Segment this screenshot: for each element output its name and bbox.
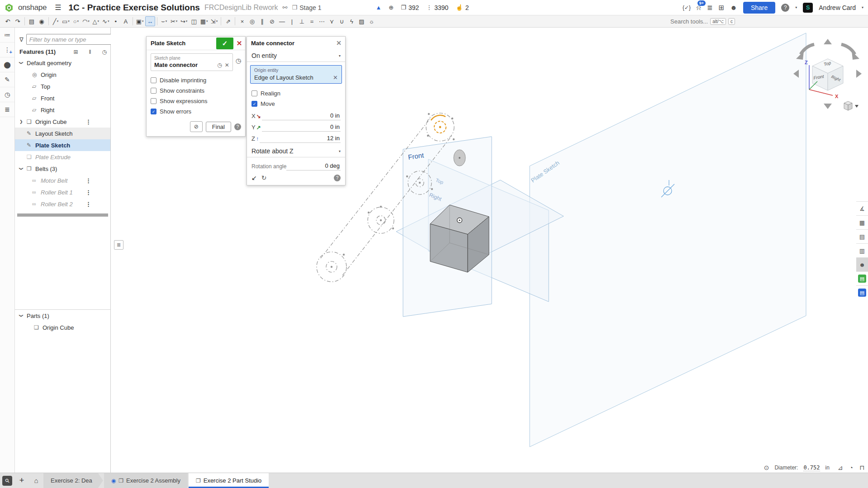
z-offset-input[interactable]: 12 in bbox=[260, 135, 341, 143]
configurations-icon[interactable]: ▥ bbox=[856, 243, 868, 257]
show-expressions-checkbox[interactable]: Show expressions bbox=[151, 96, 241, 106]
feature-roller-belt-1[interactable]: ∞Roller Belt 1⋮ bbox=[15, 186, 110, 198]
apps-icon[interactable]: ⊞ bbox=[719, 4, 725, 12]
y-offset-input[interactable]: 0 in bbox=[262, 123, 341, 132]
public-badge[interactable]: ⊕ bbox=[389, 4, 394, 11]
pan-right-arrow[interactable] bbox=[856, 70, 862, 78]
tangent-constraint[interactable]: ⊘ bbox=[267, 16, 277, 26]
edu-badge[interactable]: ▲ bbox=[375, 4, 381, 11]
circle-tool[interactable]: ○▾ bbox=[71, 16, 81, 26]
parts-chevron-icon[interactable]: ❯ bbox=[19, 313, 27, 318]
new-folder-icon[interactable]: ⊞ bbox=[73, 49, 78, 55]
tape-measure-icon[interactable]: ⊿ bbox=[838, 464, 843, 471]
notes-icon[interactable]: ✎ bbox=[0, 72, 14, 87]
feature-roller-belt-2[interactable]: ∞Roller Belt 2⋮ bbox=[15, 198, 110, 210]
clear-origin-entity-icon[interactable]: ✕ bbox=[333, 74, 338, 81]
history-icon[interactable]: ◷ bbox=[0, 87, 14, 102]
feature-front[interactable]: ▱Front bbox=[15, 92, 110, 104]
measure-value[interactable]: 0.752 bbox=[803, 464, 820, 471]
reorient-icon[interactable]: ↻ bbox=[261, 174, 267, 181]
filter-input[interactable] bbox=[26, 34, 113, 45]
scale-icon[interactable]: ⊓ bbox=[859, 464, 864, 471]
tab-exercise-2-part-studio[interactable]: ❐Exercise 2 Part Studio bbox=[189, 473, 269, 488]
chevron-down-icon[interactable]: ❯ bbox=[19, 61, 27, 65]
feature-list-icon[interactable]: ≔ bbox=[0, 28, 14, 43]
protractor-icon[interactable]: ◔ bbox=[849, 464, 853, 471]
link-icon[interactable]: ⚯ bbox=[283, 4, 288, 11]
undo[interactable]: ↶ bbox=[3, 16, 13, 26]
search-tools[interactable]: Search tools... alt/⌥ c bbox=[670, 18, 735, 25]
rotate-about-dropdown[interactable]: Rotate about Z ▾ bbox=[247, 145, 345, 157]
user-name[interactable]: Andrew Card bbox=[819, 4, 856, 11]
onshape-logo-icon[interactable] bbox=[5, 3, 14, 12]
checklist-icon[interactable]: ≣ bbox=[0, 102, 14, 117]
pierce-constraint[interactable]: ϟ bbox=[346, 16, 356, 26]
curvature-constraint[interactable]: ∪ bbox=[337, 16, 346, 26]
mate-connector-clock-icon[interactable]: ◷ bbox=[217, 62, 222, 68]
line-tool[interactable]: ╱▾ bbox=[51, 16, 61, 26]
new-tab-button[interactable]: + bbox=[14, 473, 29, 488]
onshape-logo-text[interactable]: onshape bbox=[18, 3, 47, 12]
polygon-tool[interactable]: △▾ bbox=[91, 16, 101, 26]
entity-mode-dropdown[interactable]: On entity ▾ bbox=[247, 49, 345, 62]
fix-constraint[interactable]: ▨ bbox=[356, 16, 366, 26]
final-button[interactable]: Final bbox=[206, 122, 231, 132]
feature-origin-cube[interactable]: ❯❑Origin Cube⋮ bbox=[15, 116, 110, 128]
plate-help-icon[interactable]: ? bbox=[234, 123, 241, 130]
idler-pulley[interactable] bbox=[454, 150, 465, 166]
spline-tool[interactable]: ∿▾ bbox=[101, 16, 111, 26]
origin-cube-part[interactable] bbox=[430, 205, 489, 272]
fillet-tool[interactable]: ⌣▾ bbox=[159, 16, 169, 26]
mirror-tool[interactable]: ◫ bbox=[189, 16, 199, 26]
midpoint-constraint[interactable]: ⋯ bbox=[317, 16, 327, 26]
redo[interactable]: ↷ bbox=[13, 16, 23, 26]
disable-imprinting-checkbox[interactable]: Disable imprinting bbox=[151, 75, 241, 85]
feature-right[interactable]: ▱Right bbox=[15, 104, 110, 116]
tab-search-button[interactable]: ⚲ bbox=[0, 473, 14, 488]
point-tool[interactable]: • bbox=[111, 16, 121, 26]
document-title[interactable]: 1C - Practice Exercise Solutions bbox=[68, 3, 199, 13]
text-tool[interactable]: A bbox=[121, 16, 131, 26]
chevron-right-icon[interactable]: ❯ bbox=[19, 119, 27, 124]
view-cube-menu[interactable] bbox=[844, 101, 859, 110]
insert-image[interactable]: ◉ bbox=[37, 16, 47, 26]
realign-checkbox[interactable]: Realign bbox=[251, 88, 341, 99]
feature-motor-belt[interactable]: ∞Motor Belt⋮ bbox=[15, 175, 110, 186]
equal-constraint[interactable]: = bbox=[307, 16, 317, 26]
versions-stat[interactable]: ⋮ 3390 bbox=[426, 4, 448, 11]
share-button[interactable]: Share bbox=[743, 2, 775, 14]
chevron-down-icon[interactable]: ❯ bbox=[19, 166, 27, 171]
confirm-button[interactable]: ✓ bbox=[216, 38, 233, 49]
clear-sketch-plane-icon[interactable]: ✕ bbox=[225, 62, 229, 68]
mate-connector-dots-icon[interactable]: ⋮ bbox=[85, 118, 91, 125]
main-menu-icon[interactable]: ☰ bbox=[55, 3, 61, 12]
feature-top[interactable]: ▱Top bbox=[15, 81, 110, 92]
show-errors-checkbox[interactable]: ✓Show errors bbox=[151, 106, 241, 117]
feature-plate-extrude[interactable]: ❏Plate Extrude bbox=[15, 151, 110, 163]
show-constraints-toggle[interactable]: ☼ bbox=[366, 16, 376, 26]
rectangle-tool[interactable]: ▭▾ bbox=[61, 16, 71, 26]
history-clock-icon[interactable]: ◷ bbox=[236, 57, 241, 64]
measure-icon[interactable]: ∡ bbox=[856, 201, 868, 215]
notifications-button[interactable]: ⍾ 9+ bbox=[697, 4, 701, 12]
tilt-up-arrow[interactable] bbox=[824, 39, 832, 44]
mate-connector-close-icon[interactable]: ✕ bbox=[336, 39, 342, 47]
feature-layout-sketch[interactable]: ✎Layout Sketch bbox=[15, 128, 110, 139]
mate-connector-dots-icon[interactable]: ⋮ bbox=[85, 201, 91, 208]
arc-tool[interactable]: ◠▾ bbox=[81, 16, 91, 26]
tasks-icon[interactable]: ≣ bbox=[707, 4, 713, 12]
tilt-down-arrow[interactable] bbox=[824, 104, 832, 109]
ai-assistant-icon[interactable]: ☻ bbox=[730, 4, 737, 11]
transform-tool[interactable]: ⇗ bbox=[223, 16, 233, 26]
part-origin-cube[interactable]: ❏Origin Cube bbox=[15, 322, 110, 333]
perpendicular-constraint[interactable]: ⊥ bbox=[297, 16, 307, 26]
mate-connector-icon[interactable]: ⋮+ bbox=[0, 43, 14, 57]
sketch-properties-button[interactable]: ⊘ bbox=[190, 121, 203, 132]
comments-icon[interactable]: ⬤ bbox=[0, 57, 14, 72]
tab-exercise-2-design[interactable]: Exercise 2: Dea bbox=[43, 473, 103, 488]
horizontal-constraint[interactable]: — bbox=[277, 16, 287, 26]
document-location[interactable]: ❒ Stage 1 bbox=[292, 4, 322, 11]
likes-stat[interactable]: ☝ 2 bbox=[455, 4, 469, 11]
rollback-history-icon[interactable]: ◷ bbox=[102, 49, 107, 55]
show-constraints-checkbox[interactable]: Show constraints bbox=[151, 85, 241, 96]
